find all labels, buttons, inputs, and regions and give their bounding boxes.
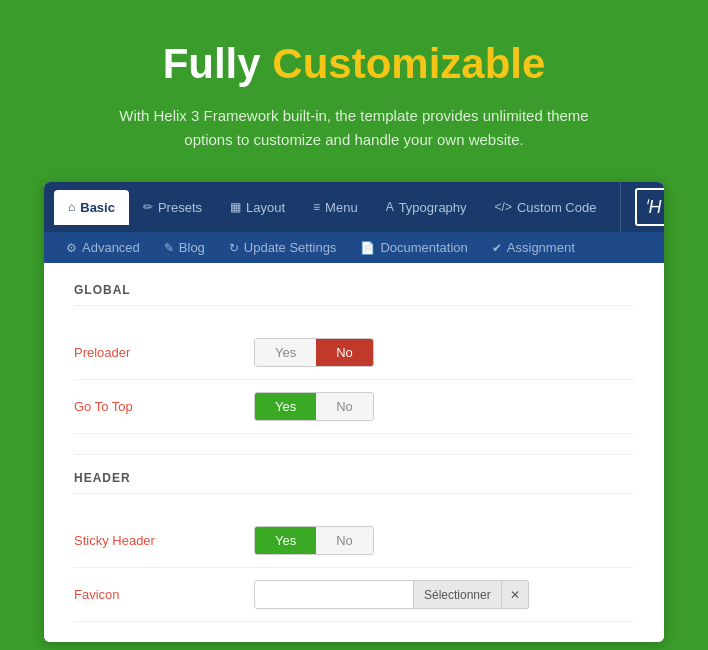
grid-icon: ▦ [230,200,241,214]
tab-typography[interactable]: A Typography [372,190,481,225]
tab-basic-label: Basic [80,200,115,215]
favicon-label: Favicon [74,587,254,602]
sticky-header-yes-button[interactable]: Yes [255,527,316,554]
go-to-top-toggle: Yes No [254,392,374,421]
sticky-header-no-button[interactable]: No [316,527,373,554]
hero-title: Fully Customizable [104,40,604,88]
logo-box: ˈH HELIX FRAMEWORK [635,188,664,226]
code-icon: </> [495,200,512,214]
tab-menu-label: Menu [325,200,358,215]
tab-blog[interactable]: ✎ Blog [152,232,217,263]
preloader-label: Preloader [74,345,254,360]
tab-advanced[interactable]: ⚙ Advanced [54,232,152,263]
go-to-top-label: Go To Top [74,399,254,414]
tab-blog-label: Blog [179,240,205,255]
preloader-yes-button[interactable]: Yes [255,339,316,366]
tab-layout[interactable]: ▦ Layout [216,190,299,225]
tab-assignment-label: Assignment [507,240,575,255]
blog-icon: ✎ [164,241,174,255]
global-section-title: GLOBAL [74,283,634,306]
tab-presets[interactable]: ✏ Presets [129,190,216,225]
nav-top-bar: ⌂ Basic ✏ Presets ▦ Layout ≡ Menu A Typo… [44,182,664,232]
hero-section: Fully Customizable With Helix 3 Framewor… [44,0,664,182]
header-section-title: HEADER [74,454,634,494]
tab-basic[interactable]: ⌂ Basic [54,190,129,225]
hero-subtitle: With Helix 3 Framework built-in, the tem… [104,104,604,152]
refresh-icon: ↻ [229,241,239,255]
tab-layout-label: Layout [246,200,285,215]
tab-typography-label: Typography [399,200,467,215]
tab-presets-label: Presets [158,200,202,215]
tab-update-settings[interactable]: ↻ Update Settings [217,232,349,263]
tab-custom-code[interactable]: </> Custom Code [481,190,611,225]
nav-bottom-bar: ⚙ Advanced ✎ Blog ↻ Update Settings 📄 Do… [44,232,664,263]
sticky-header-toggle: Yes No [254,526,374,555]
tab-menu[interactable]: ≡ Menu [299,190,372,225]
hero-title-white: Fully [163,40,261,87]
panel-content: GLOBAL Preloader Yes No Go To Top Yes No… [44,263,664,642]
gear-icon: ⚙ [66,241,77,255]
menu-icon: ≡ [313,200,320,214]
doc-icon: 📄 [360,241,375,255]
tab-advanced-label: Advanced [82,240,140,255]
tab-custom-code-label: Custom Code [517,200,596,215]
favicon-select-button[interactable]: Sélectionner [414,580,502,609]
tab-update-settings-label: Update Settings [244,240,337,255]
helix-logo: ˈH HELIX FRAMEWORK [620,182,664,232]
check-icon: ✔ [492,241,502,255]
tab-documentation-label: Documentation [380,240,467,255]
customizer-panel: ⌂ Basic ✏ Presets ▦ Layout ≡ Menu A Typo… [44,182,664,642]
hero-title-yellow: Customizable [272,40,545,87]
tab-documentation[interactable]: 📄 Documentation [348,232,479,263]
home-icon: ⌂ [68,200,75,214]
tab-assignment[interactable]: ✔ Assignment [480,232,587,263]
favicon-file-group: Sélectionner ✕ [254,580,529,609]
go-to-top-row: Go To Top Yes No [74,380,634,434]
go-to-top-no-button[interactable]: No [316,393,373,420]
preloader-row: Preloader Yes No [74,326,634,380]
nav-top-tabs: ⌂ Basic ✏ Presets ▦ Layout ≡ Menu A Typo… [44,190,620,225]
logo-h3: ˈH [643,196,661,218]
favicon-row: Favicon Sélectionner ✕ [74,568,634,622]
favicon-clear-button[interactable]: ✕ [502,580,529,609]
font-icon: A [386,200,394,214]
sticky-header-row: Sticky Header Yes No [74,514,634,568]
pencil-icon: ✏ [143,200,153,214]
sticky-header-label: Sticky Header [74,533,254,548]
go-to-top-yes-button[interactable]: Yes [255,393,316,420]
preloader-no-button[interactable]: No [316,339,373,366]
preloader-toggle: Yes No [254,338,374,367]
favicon-input[interactable] [254,580,414,609]
